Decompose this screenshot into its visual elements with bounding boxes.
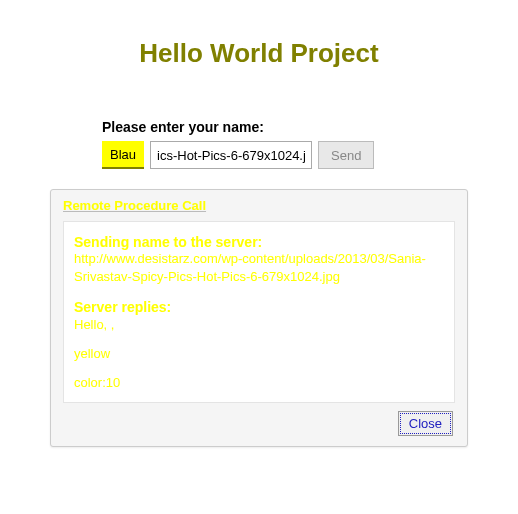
rpc-dialog: Remote Procedure Call Sending name to th… [50,189,468,447]
reply-count: color:10 [74,375,444,390]
reply-hello: Hello, , [74,317,444,332]
page-title: Hello World Project [40,38,478,69]
dialog-footer: Close [63,411,455,436]
reply-label: Server replies: [74,299,444,315]
dialog-body: Sending name to the server: http://www.d… [63,221,455,403]
close-button[interactable]: Close [398,411,453,436]
name-form: Please enter your name: Blau Send [102,119,478,169]
reply-color: yellow [74,346,444,361]
sending-label: Sending name to the server: [74,234,444,250]
sending-url: http://www.desistarz.com/wp-content/uplo… [74,250,444,285]
name-input[interactable] [150,141,312,169]
dialog-title: Remote Procedure Call [63,198,455,213]
send-button[interactable]: Send [318,141,374,169]
name-label: Please enter your name: [102,119,478,135]
color-label-box[interactable]: Blau [102,141,144,169]
